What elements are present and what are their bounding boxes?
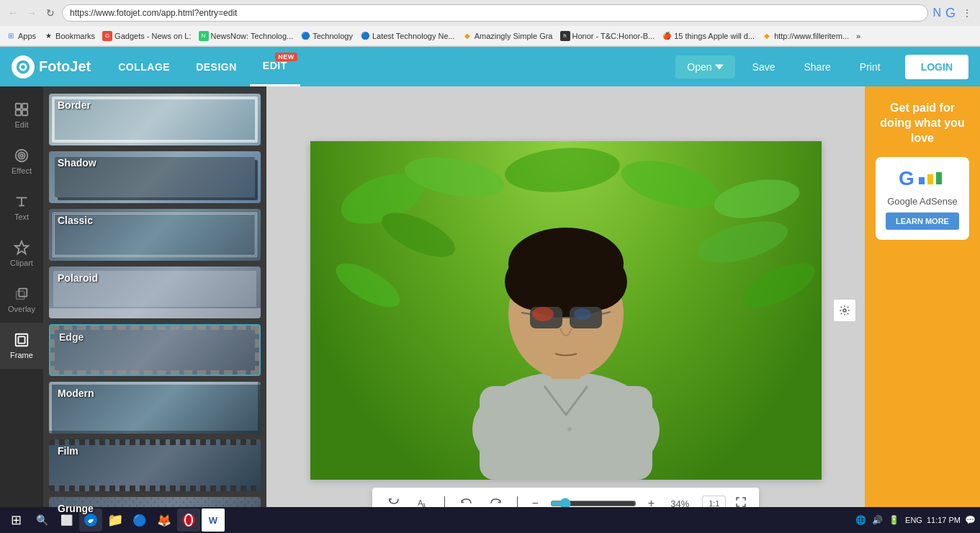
taskbar-time: 11:17 PM bbox=[927, 516, 961, 524]
newsnow-bookmark[interactable]: N NewsNow: Technolog... bbox=[199, 31, 294, 41]
frame-border-label: Border bbox=[58, 99, 91, 111]
filler-bookmark[interactable]: ◆ http://www.filleritem... bbox=[762, 31, 849, 41]
frame-modern[interactable]: Modern bbox=[49, 382, 261, 434]
taskbar-word[interactable]: W bbox=[202, 509, 225, 532]
settings-button[interactable] bbox=[833, 299, 856, 322]
gadgets-icon: G bbox=[102, 31, 112, 41]
edit-icon bbox=[14, 102, 30, 117]
app-header: FotoJet COLLAGE DESIGN EDIT NEW Open Sav… bbox=[0, 47, 980, 86]
save-button[interactable]: Save bbox=[741, 55, 787, 79]
new-badge: NEW bbox=[275, 53, 297, 61]
latest-tech-bookmark[interactable]: 🔵 Latest Technology Ne... bbox=[360, 31, 455, 41]
frame-modern-label: Modern bbox=[58, 388, 94, 399]
frame-classic[interactable]: Classic bbox=[49, 209, 261, 261]
back-button[interactable]: ← bbox=[6, 6, 20, 20]
tool-edit[interactable]: Edit bbox=[0, 92, 43, 138]
svg-rect-15 bbox=[17, 291, 24, 299]
frame-grunge-label: Grunge bbox=[58, 503, 94, 514]
svg-point-35 bbox=[512, 253, 620, 318]
share-button[interactable]: Share bbox=[793, 55, 842, 79]
taskbar-chrome[interactable]: 🔵 bbox=[128, 509, 151, 532]
menu-button[interactable]: ⋮ bbox=[960, 6, 974, 20]
google-g: G bbox=[899, 167, 914, 190]
photo-container bbox=[310, 141, 822, 480]
canvas-wrapper bbox=[310, 141, 822, 480]
tool-overlay[interactable]: Overlay bbox=[0, 277, 43, 323]
settings-icon bbox=[839, 305, 850, 316]
latest-icon: 🔵 bbox=[360, 31, 370, 41]
taskbar-firefox[interactable]: 🦊 bbox=[153, 509, 176, 532]
canvas-area: A a − bbox=[266, 86, 865, 533]
frame-border[interactable]: Border bbox=[49, 94, 261, 145]
effect-icon bbox=[14, 148, 30, 164]
forward-button[interactable]: → bbox=[24, 6, 39, 20]
text-icon bbox=[14, 194, 30, 210]
taskbar-opera[interactable] bbox=[177, 509, 200, 532]
taskbar-file-explorer[interactable]: 📁 bbox=[104, 509, 127, 532]
fotojet-logo-svg bbox=[15, 59, 31, 75]
tool-frame-label: Frame bbox=[10, 351, 33, 359]
svg-rect-17 bbox=[16, 334, 28, 346]
apple-bookmark[interactable]: 🍎 15 things Apple will d... bbox=[662, 31, 755, 41]
open-button[interactable]: Open bbox=[675, 55, 734, 79]
tray-volume[interactable]: 🔊 bbox=[871, 514, 884, 527]
adsense-learn-more-button[interactable]: LEARN MORE bbox=[886, 212, 959, 230]
browser-chrome: ← → ↻ N G ⋮ ⊞ Apps ★ Bookmarks G Gadgets… bbox=[0, 0, 980, 47]
nav-edit[interactable]: EDIT NEW bbox=[250, 47, 300, 86]
frame-edge-label: Edge bbox=[59, 331, 84, 343]
honor-bookmark[interactable]: h Honor - T&C:Honor-B... bbox=[560, 31, 655, 41]
svg-point-42 bbox=[574, 308, 591, 320]
edge-icon bbox=[84, 513, 98, 527]
technology-bookmark[interactable]: 🔵 Technology bbox=[300, 31, 353, 41]
filler-icon: ◆ bbox=[762, 31, 772, 41]
amazingly-bookmark[interactable]: ◆ Amazingly Simple Gra bbox=[462, 31, 553, 41]
svg-point-51 bbox=[182, 514, 195, 527]
taskbar-search[interactable]: 🔍 bbox=[30, 509, 53, 532]
svg-rect-7 bbox=[22, 110, 27, 115]
logo-icon bbox=[12, 55, 35, 79]
svg-point-43 bbox=[567, 427, 572, 431]
tool-frame[interactable]: Frame bbox=[0, 323, 43, 369]
nav-design[interactable]: DESIGN bbox=[183, 47, 250, 86]
login-button[interactable]: LOGIN bbox=[905, 55, 968, 79]
svg-point-46 bbox=[843, 309, 846, 312]
tray-notification[interactable]: 💬 bbox=[963, 514, 977, 527]
tool-clipart[interactable]: Clipart bbox=[0, 230, 43, 277]
tool-text[interactable]: Text bbox=[0, 184, 43, 230]
tray-language[interactable]: ENG bbox=[904, 514, 924, 526]
nav-collage[interactable]: COLLAGE bbox=[105, 47, 183, 86]
svg-rect-47 bbox=[919, 177, 925, 184]
ad-sidebar: Get paid for doing what you love G Googl… bbox=[865, 86, 980, 533]
app: FotoJet COLLAGE DESIGN EDIT NEW Open Sav… bbox=[0, 47, 980, 533]
start-button[interactable]: ⊞ bbox=[3, 507, 29, 533]
url-bar[interactable] bbox=[62, 4, 928, 22]
svg-point-8 bbox=[16, 150, 28, 162]
taskbar: ⊞ 🔍 ⬜ 📁 🔵 🦊 W 🌐 🔊 🔋 ENG 11:17 PM 💬 bbox=[0, 507, 980, 533]
svg-rect-29 bbox=[480, 386, 652, 480]
more-bookmarks[interactable]: » bbox=[856, 32, 860, 40]
tech-icon: 🔵 bbox=[300, 31, 310, 41]
svg-point-25 bbox=[693, 212, 792, 270]
frame-polaroid[interactable]: Polaroid bbox=[49, 266, 261, 318]
gadgets-bookmark[interactable]: G Gadgets - News on L: bbox=[102, 31, 191, 41]
star-icon: ★ bbox=[43, 31, 53, 41]
newsnow-icon: N bbox=[199, 31, 209, 41]
person-svg bbox=[436, 170, 696, 480]
svg-rect-4 bbox=[16, 104, 21, 109]
print-button[interactable]: Print bbox=[848, 55, 892, 79]
frame-film[interactable]: Film bbox=[49, 439, 261, 491]
tray-battery[interactable]: 🔋 bbox=[887, 514, 901, 527]
svg-marker-3 bbox=[715, 64, 724, 69]
dropdown-arrow-icon bbox=[715, 63, 724, 71]
frame-shadow[interactable]: Shadow bbox=[49, 151, 261, 203]
frame-edge[interactable]: Edge bbox=[49, 324, 261, 376]
apps-bookmark[interactable]: ⊞ Apps bbox=[6, 31, 36, 41]
nav-items: COLLAGE DESIGN EDIT NEW bbox=[105, 47, 300, 86]
bookmarks-bookmark[interactable]: ★ Bookmarks bbox=[43, 31, 95, 41]
logo[interactable]: FotoJet bbox=[12, 55, 91, 79]
tool-effect[interactable]: Effect bbox=[0, 138, 43, 184]
tray-network[interactable]: 🌐 bbox=[854, 514, 868, 527]
refresh-button[interactable]: ↻ bbox=[43, 6, 58, 20]
logo-text: FotoJet bbox=[39, 58, 91, 75]
clipart-icon bbox=[14, 240, 30, 256]
